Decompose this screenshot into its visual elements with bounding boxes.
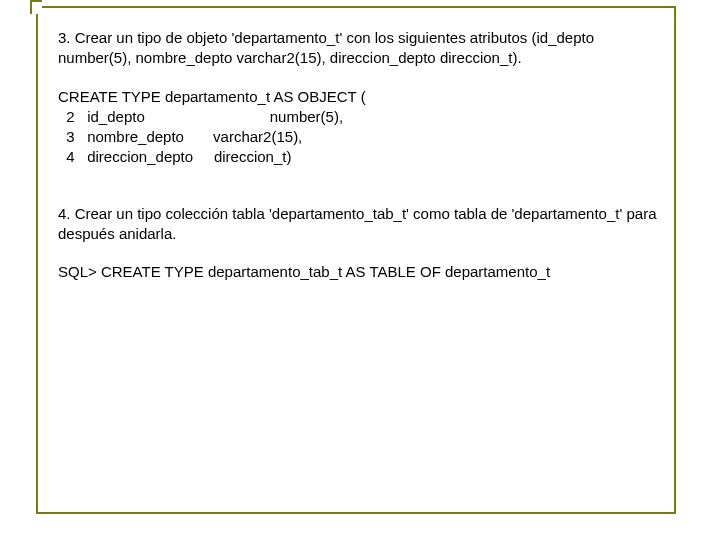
code-block-create-type-table: SQL> CREATE TYPE departamento_tab_t AS T… [58, 262, 668, 282]
section-3-text: 3. Crear un tipo de objeto 'departamento… [58, 28, 668, 69]
code-block-create-type-object: CREATE TYPE departamento_t AS OBJECT ( 2… [58, 87, 668, 168]
code-line: 2 id_depto number(5), [58, 108, 343, 125]
code-line: 4 direccion_depto direccion_t) [58, 148, 291, 165]
code-line: CREATE TYPE departamento_t AS OBJECT ( [58, 88, 366, 105]
section-4-text: 4. Crear un tipo colección tabla 'depart… [58, 204, 668, 245]
slide-content: 3. Crear un tipo de objeto 'departamento… [58, 28, 668, 282]
code-line: 3 nombre_depto varchar2(15), [58, 128, 302, 145]
corner-accent [30, 0, 42, 14]
